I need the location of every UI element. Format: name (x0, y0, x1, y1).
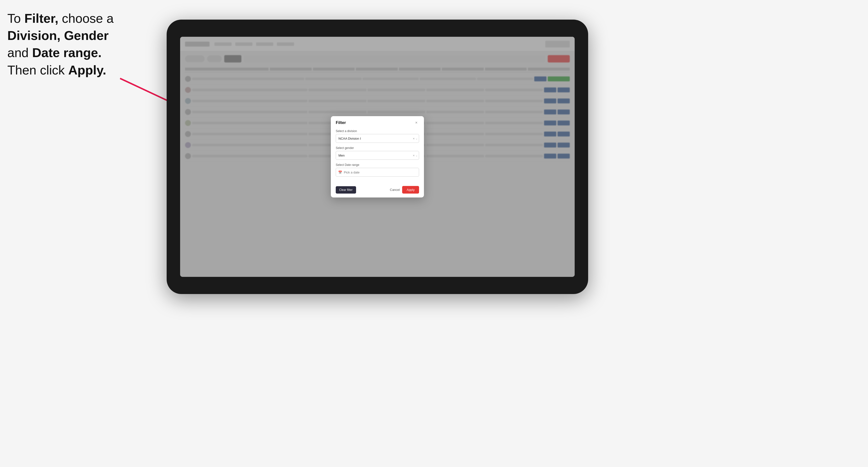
instruction-then: Then click Apply. (7, 63, 106, 77)
modal-header: Filter × (331, 116, 424, 128)
filter-modal: Filter × Select a division NCAA Division… (331, 116, 424, 197)
gender-select-wrapper: Men Women × ⌄ (336, 151, 419, 160)
tablet-bezel: Filter × Select a division NCAA Division… (167, 20, 588, 294)
gender-group: Select gender Men Women × ⌄ (336, 146, 419, 160)
instruction-line1: To Filter, choose a (7, 11, 114, 26)
division-select-wrapper: NCAA Division I NCAA Division II NCAA Di… (336, 134, 419, 143)
gender-select[interactable]: Men Women (336, 151, 419, 160)
modal-title: Filter (336, 120, 346, 125)
date-input-wrapper: 📅 (336, 168, 419, 177)
clear-filter-button[interactable]: Clear filter (336, 186, 356, 193)
tablet-screen: Filter × Select a division NCAA Division… (180, 37, 575, 277)
modal-body: Select a division NCAA Division I NCAA D… (331, 128, 424, 184)
date-label: Select Date range (336, 163, 419, 166)
division-label: Select a division (336, 129, 419, 133)
instruction-text: To Filter, choose a Division, Gender and… (7, 10, 150, 79)
modal-overlay: Filter × Select a division NCAA Division… (180, 37, 575, 277)
modal-actions: Cancel Apply (390, 186, 419, 193)
modal-footer: Clear filter Cancel Apply (331, 184, 424, 197)
division-group: Select a division NCAA Division I NCAA D… (336, 129, 419, 143)
division-select[interactable]: NCAA Division I NCAA Division II NCAA Di… (336, 134, 419, 143)
gender-label: Select gender (336, 146, 419, 150)
date-group: Select Date range 📅 (336, 163, 419, 177)
close-icon[interactable]: × (414, 120, 419, 125)
instruction-division: Division, Gender (7, 28, 108, 43)
instruction-and: and Date range. (7, 45, 101, 60)
apply-button[interactable]: Apply (402, 186, 419, 193)
cancel-button[interactable]: Cancel (390, 186, 400, 193)
date-input[interactable] (336, 168, 419, 177)
